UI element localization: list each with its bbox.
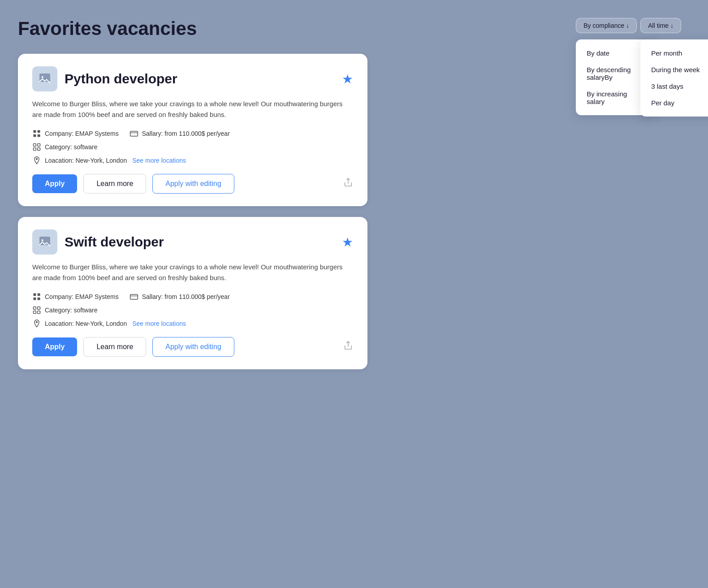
share-button-2[interactable]	[343, 341, 353, 353]
job-title-1: Python developer	[65, 71, 177, 86]
svg-rect-24	[34, 311, 36, 314]
svg-rect-10	[34, 148, 36, 151]
company-text-1: Company: EMAP Systems	[45, 130, 119, 137]
category-text-2: Category: software	[45, 307, 98, 314]
svg-rect-16	[34, 294, 36, 296]
location-text-2: Loacation: New-York, London	[45, 320, 127, 327]
category-item-2: Category: software	[32, 306, 98, 315]
salary-item-1: Sallary: from 110.000$ per/year	[130, 129, 230, 138]
location-item-1: Loacation: New-York, London See more loc…	[32, 156, 186, 165]
card-title-group-2: Swift developer	[32, 229, 164, 255]
alltime-option-4[interactable]: Per day	[640, 95, 708, 111]
salary-text-2: Sallary: from 110.000$ per/year	[142, 293, 230, 300]
svg-point-12	[36, 158, 38, 160]
card-meta-1: Company: EMAP Systems Sallary: from 110.…	[32, 129, 353, 165]
compliance-dropdown-wrapper: By compliance ↓ By date By descending sa…	[576, 18, 637, 33]
meta-row-category-2: Category: software	[32, 306, 353, 315]
apply-button-1[interactable]: Apply	[32, 174, 77, 193]
jobs-list: Python developer ★ Welcome to Burger Bli…	[18, 54, 367, 369]
job-title-2: Swift developer	[65, 234, 164, 250]
job-card-1: Python developer ★ Welcome to Burger Bli…	[18, 54, 367, 206]
salary-text-1: Sallary: from 110.000$ per/year	[142, 130, 230, 137]
dropdowns-area: By compliance ↓ By date By descending sa…	[576, 18, 681, 33]
meta-row-location-2: Loacation: New-York, London See more loc…	[32, 319, 353, 328]
card-actions-2: Apply Learn more Apply with editing	[32, 337, 353, 357]
svg-rect-5	[38, 134, 40, 137]
svg-rect-23	[38, 307, 40, 310]
learn-more-button-1[interactable]: Learn more	[83, 174, 146, 194]
location-text-1: Loacation: New-York, London	[45, 157, 127, 164]
company-logo-2	[32, 229, 57, 255]
share-button-1[interactable]	[343, 177, 353, 190]
compliance-dropdown-trigger[interactable]: By compliance ↓	[576, 18, 637, 33]
meta-row-location-1: Loacation: New-York, London See more loc…	[32, 156, 353, 165]
job-description-2: Welcome to Burger Bliss, where we take y…	[32, 262, 353, 283]
alltime-dropdown-trigger[interactable]: All time ↓	[640, 18, 681, 33]
salary-item-2: Sallary: from 110.000$ per/year	[130, 292, 230, 301]
svg-rect-3	[38, 130, 40, 133]
apply-editing-button-1[interactable]: Apply with editing	[152, 174, 234, 194]
see-more-locations-1[interactable]: See more locations	[132, 157, 186, 164]
svg-rect-18	[34, 298, 36, 300]
svg-point-1	[42, 76, 43, 78]
svg-rect-20	[130, 294, 138, 299]
svg-rect-4	[34, 134, 36, 137]
category-text-1: Category: software	[45, 143, 98, 151]
svg-rect-22	[34, 307, 36, 310]
favorite-star-1[interactable]: ★	[342, 72, 353, 86]
card-meta-2: Company: EMAP Systems Sallary: from 110.…	[32, 292, 353, 328]
see-more-locations-2[interactable]: See more locations	[132, 320, 186, 327]
card-actions-1: Apply Learn more Apply with editing	[32, 174, 353, 194]
svg-rect-2	[34, 130, 36, 133]
svg-rect-6	[130, 131, 138, 136]
company-text-2: Company: EMAP Systems	[45, 293, 119, 300]
company-logo-1	[32, 66, 57, 91]
meta-row-company-salary-2: Company: EMAP Systems Sallary: from 110.…	[32, 292, 353, 301]
svg-rect-25	[38, 311, 40, 314]
favorite-star-2[interactable]: ★	[342, 235, 353, 250]
job-description-1: Welcome to Burger Bliss, where we take y…	[32, 99, 353, 120]
alltime-option-2[interactable]: During the week	[640, 61, 708, 78]
learn-more-button-2[interactable]: Learn more	[83, 337, 146, 357]
card-header-2: Swift developer ★	[32, 229, 353, 255]
meta-row-category-1: Category: software	[32, 143, 353, 151]
location-item-2: Loacation: New-York, London See more loc…	[32, 319, 186, 328]
job-card-2: Swift developer ★ Welcome to Burger Blis…	[18, 217, 367, 369]
alltime-option-1[interactable]: Per month	[640, 45, 708, 61]
meta-row-company-salary-1: Company: EMAP Systems Sallary: from 110.…	[32, 129, 353, 138]
svg-point-15	[42, 239, 43, 241]
alltime-option-3[interactable]: 3 last days	[640, 78, 708, 95]
svg-rect-9	[38, 144, 40, 147]
category-item-1: Category: software	[32, 143, 98, 151]
svg-rect-11	[38, 148, 40, 151]
company-item-1: Company: EMAP Systems	[32, 129, 119, 138]
company-item-2: Company: EMAP Systems	[32, 292, 119, 301]
svg-rect-17	[38, 294, 40, 296]
alltime-dropdown-panel: Per month During the week 3 last days Pe…	[640, 39, 708, 117]
apply-editing-button-2[interactable]: Apply with editing	[152, 337, 234, 357]
svg-point-26	[36, 321, 38, 323]
card-header-1: Python developer ★	[32, 66, 353, 91]
svg-rect-8	[34, 144, 36, 147]
apply-button-2[interactable]: Apply	[32, 337, 77, 356]
card-title-group-1: Python developer	[32, 66, 177, 91]
svg-rect-19	[38, 298, 40, 300]
alltime-dropdown-wrapper: All time ↓ Per month During the week 3 l…	[640, 18, 681, 33]
